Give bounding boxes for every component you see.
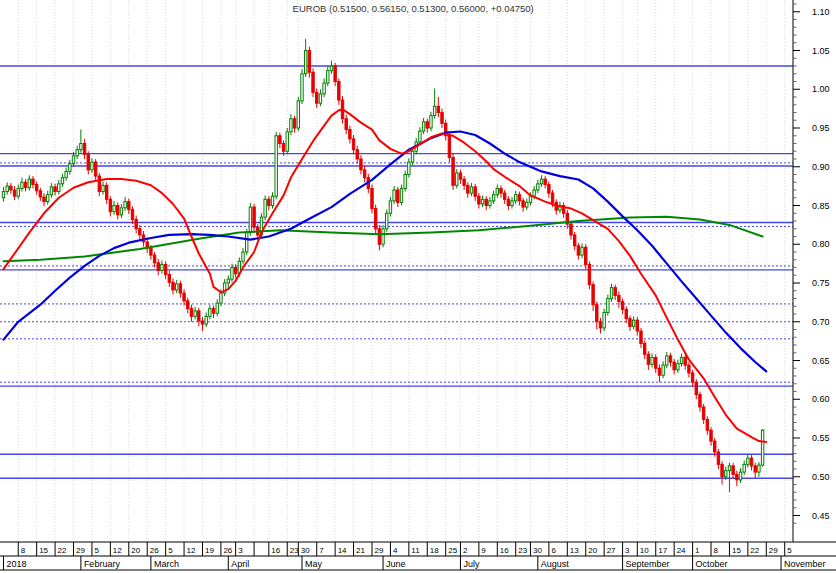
x-axis-day-label: 7 (319, 546, 324, 555)
y-axis-label: 0.85 (812, 201, 830, 211)
y-axis: 1.101.051.000.950.900.850.800.750.700.65… (793, 0, 830, 542)
x-axis-month-label: 2018 (7, 559, 27, 569)
price-chart[interactable]: 1.101.051.000.950.900.850.800.750.700.65… (0, 0, 836, 573)
x-axis-day-label: 30 (533, 546, 542, 555)
x-axis-day-label: 6 (551, 546, 556, 555)
x-axis-day-label: 18 (430, 546, 439, 555)
x-axis-day-label: 8 (21, 546, 26, 555)
y-axis-label: 1.10 (812, 7, 830, 17)
x-axis-day-label: 16 (500, 546, 509, 555)
x-axis-day-label: 17 (658, 546, 667, 555)
x-axis-day-label: 4 (393, 546, 398, 555)
x-axis-day-label: 23 (518, 546, 527, 555)
x-axis-day-label: 21 (356, 546, 365, 555)
x-axis-day-label: 22 (58, 546, 67, 555)
x-axis-day-label: 13 (570, 546, 579, 555)
y-axis-label: 0.55 (812, 433, 830, 443)
x-axis-day-label: 15 (732, 546, 741, 555)
x-axis-day-label: 14 (338, 546, 347, 555)
x-axis-day-label: 15 (39, 546, 48, 555)
x-axis-day-label: 30 (301, 546, 310, 555)
x-axis-day-label: 1 (695, 546, 700, 555)
x-axis-day-label: 5 (94, 546, 99, 555)
x-axis: 8152229512202651219263162330714212941118… (0, 542, 836, 570)
x-axis-month-label: July (463, 559, 480, 569)
x-axis-month-label: March (154, 559, 179, 569)
x-axis-day-label: 2 (463, 546, 468, 555)
y-axis-label: 0.75 (812, 278, 830, 288)
x-axis-day-label: 26 (150, 546, 159, 555)
y-axis-label: 0.70 (812, 317, 830, 327)
x-axis-day-label: 5 (787, 546, 792, 555)
ma-fast-red (4, 109, 767, 442)
x-axis-month-label: September (626, 559, 670, 569)
y-axis-label: 0.80 (812, 239, 830, 249)
x-axis-day-label: 20 (131, 546, 140, 555)
x-axis-day-label: 11 (411, 546, 420, 555)
x-axis-day-label: 25 (448, 546, 457, 555)
y-axis-label: 0.90 (812, 162, 830, 172)
x-axis-day-label: 9 (481, 546, 486, 555)
x-axis-day-label: 23 (290, 546, 299, 555)
y-axis-label: 0.45 (812, 511, 830, 521)
ma-fast-red-layer (4, 109, 767, 442)
x-axis-day-label: 12 (187, 546, 196, 555)
x-axis-month-label: May (305, 559, 323, 569)
x-axis-day-label: 5 (168, 546, 173, 555)
x-axis-day-label: 3 (238, 546, 243, 555)
x-axis-day-label: 27 (607, 546, 616, 555)
x-axis-month-label: August (541, 559, 570, 569)
x-axis-day-label: 29 (769, 546, 778, 555)
x-axis-month-label: April (231, 559, 249, 569)
x-axis-day-label: 3 (625, 546, 630, 555)
x-axis-day-label: 26 (223, 546, 232, 555)
x-axis-day-label: 24 (677, 546, 686, 555)
x-axis-day-label: 16 (271, 546, 280, 555)
grid-layer (18, 0, 784, 542)
x-axis-day-label: 12 (113, 546, 122, 555)
x-axis-month-label: October (696, 559, 728, 569)
x-axis-day-label: 19 (205, 546, 214, 555)
x-axis-month-label: November (784, 559, 826, 569)
x-axis-day-label: 8 (714, 546, 719, 555)
y-axis-label: 0.95 (812, 123, 830, 133)
y-axis-label: 1.00 (812, 84, 830, 94)
chart-title: EUROB (0.51500, 0.56150, 0.51300, 0.5600… (293, 3, 534, 14)
y-axis-label: 0.60 (812, 394, 830, 404)
y-axis-label: 0.50 (812, 472, 830, 482)
x-axis-day-label: 20 (588, 546, 597, 555)
x-axis-day-label: 29 (76, 546, 85, 555)
x-axis-month-label: February (84, 559, 121, 569)
y-axis-label: 1.05 (812, 46, 830, 56)
x-axis-day-label: 22 (750, 546, 759, 555)
x-axis-month-label: June (386, 559, 406, 569)
x-axis-day-label: 29 (375, 546, 384, 555)
x-axis-day-label: 10 (640, 546, 649, 555)
y-axis-label: 0.65 (812, 356, 830, 366)
chart-window: EUROB (0.51500, 0.56150, 0.51300, 0.5600… (0, 0, 836, 573)
